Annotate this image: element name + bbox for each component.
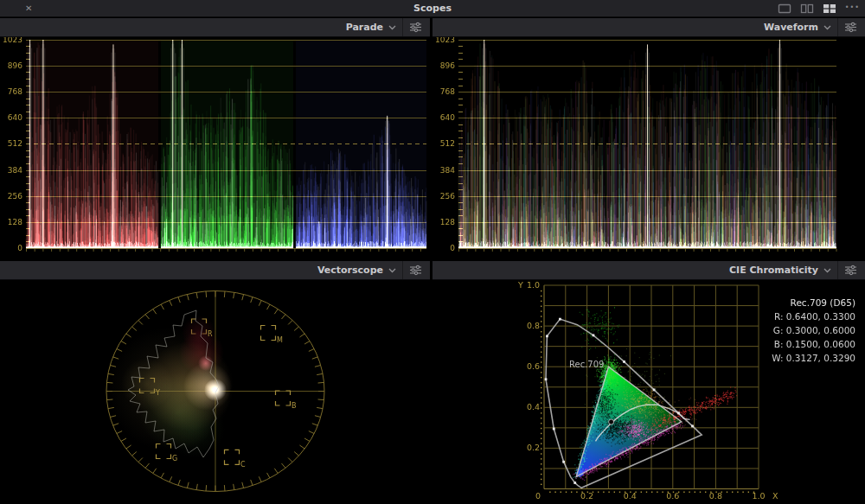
parade-settings-icon[interactable] (409, 22, 422, 33)
waveform-level-label: 384 (433, 166, 455, 175)
header-separator (837, 261, 838, 279)
parade-level-label: 0 (1, 244, 22, 252)
vectorscope-target-label-c: C (240, 461, 246, 469)
header-separator (402, 18, 403, 36)
waveform-level-label: 896 (433, 61, 455, 70)
cie-chromaticity-panel: CIE Chromaticity YX00.20.40.60.81.00.20.… (432, 261, 865, 504)
waveform-level-label: 640 (433, 113, 455, 122)
parade-level-label: 768 (1, 87, 22, 96)
waveform-level-label: 0 (433, 244, 455, 252)
cie-x-tick-label: 0.4 (621, 492, 638, 501)
parade-scope-selector[interactable]: Parade (346, 22, 383, 33)
cie-x-tick-label: 0.6 (664, 492, 682, 501)
gamut-info-readout: Rec.709 (D65)R: 0.6400, 0.3300G: 0.3000,… (772, 296, 855, 365)
cie-y-tick-label: 1.0 (519, 281, 540, 290)
waveform-settings-icon[interactable] (844, 22, 857, 33)
cie-y-tick-label: 0.6 (519, 362, 540, 371)
waveform-level-label: 128 (433, 218, 455, 226)
vectorscope-target-label-g: G (172, 455, 177, 463)
parade-level-label: 128 (1, 218, 22, 226)
waveform-scope-display: 10238967686405123842561280 (432, 37, 865, 258)
cie-x-tick-label: 0.8 (707, 492, 724, 501)
gamut-info-line: R: 0.6400, 0.3300 (772, 309, 855, 323)
gamut-info-line: G: 0.3000, 0.6000 (772, 323, 855, 337)
window-title: Scopes (0, 0, 865, 16)
cie-scope-selector[interactable]: CIE Chromaticity (729, 265, 818, 276)
header-separator (402, 261, 403, 279)
scopes-window: ✕ Scopes ••• Parade 10238967686405123842… (0, 0, 865, 504)
parade-level-label: 256 (1, 192, 22, 201)
titlebar: ✕ Scopes ••• (0, 0, 865, 17)
waveform-level-label: 1023 (433, 37, 455, 44)
header-separator (837, 18, 838, 36)
cie-x-tick-label: 0.2 (579, 492, 596, 501)
waveform-level-label: 768 (433, 87, 455, 96)
vectorscope-scope-selector[interactable]: Vectorscope (317, 265, 383, 276)
vectorscope-target-label-r: R (208, 330, 213, 338)
waveform-panel: Waveform 10238967686405123842561280 (432, 18, 865, 258)
more-options-icon[interactable]: ••• (845, 0, 860, 18)
vectorscope-display: RMBCGY (0, 280, 430, 504)
parade-scope-display: 10238967686405123842561280 (0, 37, 430, 258)
gamut-info-line: Rec.709 (D65) (772, 296, 855, 309)
vectorscope-target-label-b: B (292, 402, 297, 410)
waveform-header: Waveform (432, 18, 865, 37)
layout-buttons: ••• (778, 0, 860, 16)
vectorscope-header: Vectorscope (0, 261, 430, 280)
cie-settings-icon[interactable] (844, 265, 857, 276)
parade-level-label: 640 (1, 113, 22, 122)
vectorscope-target-label-y: Y (156, 389, 160, 397)
cie-x-axis-title: X (772, 492, 778, 501)
vectorscope-settings-icon[interactable] (409, 265, 422, 276)
cie-y-tick-label: 0.8 (519, 322, 540, 330)
gamut-info-line: W: 0.3127, 0.3290 (772, 351, 855, 365)
cie-y-tick-label: 0.4 (519, 403, 540, 411)
waveform-level-label: 256 (433, 192, 455, 201)
cie-dropdown-chevron[interactable] (823, 268, 831, 273)
parade-dropdown-chevron[interactable] (388, 25, 396, 30)
quad-pane-layout-icon-active[interactable] (823, 3, 836, 14)
dual-pane-layout-icon[interactable] (800, 3, 814, 14)
waveform-dropdown-chevron[interactable] (823, 25, 831, 30)
parade-level-label: 896 (1, 61, 22, 70)
cie-x-tick-label: 1.0 (750, 492, 767, 501)
cie-header: CIE Chromaticity (432, 261, 865, 280)
single-pane-layout-icon[interactable] (778, 3, 791, 14)
parade-level-label: 384 (1, 166, 22, 175)
parade-level-label: 512 (1, 139, 22, 148)
waveform-level-label: 512 (433, 139, 455, 148)
parade-level-label: 1023 (1, 37, 22, 44)
parade-panel: Parade 10238967686405123842561280 (0, 18, 430, 258)
cie-chromaticity-display: YX00.20.40.60.81.00.20.40.60.81.0Rec.709… (432, 280, 865, 504)
vectorscope-dropdown-chevron[interactable] (388, 268, 396, 273)
cie-gamut-label: Rec.709 (569, 360, 604, 369)
vectorscope-target-label-m: M (277, 336, 283, 344)
cie-y-tick-label: 0.2 (519, 443, 540, 452)
gamut-info-line: B: 0.1500, 0.0600 (772, 337, 855, 351)
parade-header: Parade (0, 18, 430, 37)
waveform-scope-selector[interactable]: Waveform (764, 22, 818, 33)
cie-origin-label: 0 (535, 492, 541, 501)
vectorscope-panel: Vectorscope RMBCGY (0, 261, 430, 504)
